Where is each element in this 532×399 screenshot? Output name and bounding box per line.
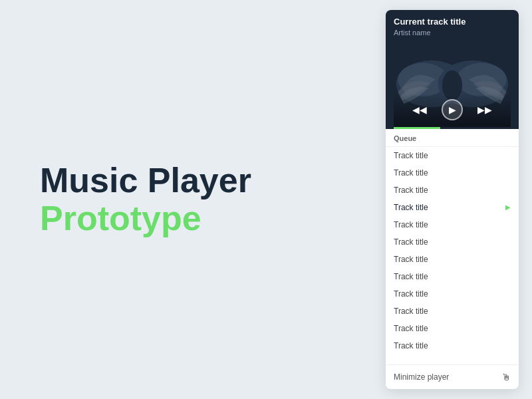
current-track-title: Current track title bbox=[394, 17, 511, 28]
queue-item[interactable]: Track title bbox=[386, 147, 519, 164]
play-indicator-icon: ▶ bbox=[505, 203, 511, 211]
queue-item-title: Track title bbox=[394, 220, 428, 229]
branding-section: Music Player Prototype bbox=[40, 162, 251, 237]
queue-item[interactable]: Track title bbox=[386, 303, 519, 320]
queue-item[interactable]: Track title bbox=[386, 164, 519, 182]
next-icon: ▶▶ bbox=[477, 104, 492, 115]
track-info: Current track title Artist name bbox=[394, 17, 511, 37]
queue-item[interactable]: Track title bbox=[386, 182, 519, 199]
queue-item-title: Track title bbox=[394, 151, 428, 160]
play-icon: ▶ bbox=[449, 104, 456, 115]
queue-item[interactable]: Track title bbox=[386, 216, 519, 233]
queue-item[interactable]: Track title bbox=[386, 233, 519, 251]
progress-bar[interactable] bbox=[394, 127, 440, 129]
prev-icon: ◀◀ bbox=[412, 104, 427, 115]
play-pause-button[interactable]: ▶ bbox=[442, 99, 463, 120]
playback-controls: ◀◀ ▶ ▶▶ bbox=[394, 94, 511, 127]
prev-button[interactable]: ◀◀ bbox=[411, 103, 428, 116]
next-button[interactable]: ▶▶ bbox=[476, 103, 493, 116]
queue-item-title: Track title bbox=[394, 272, 428, 281]
queue-item[interactable]: Track title▶ bbox=[386, 199, 519, 216]
queue-item-title: Track title bbox=[394, 203, 428, 212]
queue-item-title: Track title bbox=[394, 186, 428, 195]
queue-item-title: Track title bbox=[394, 307, 428, 316]
queue-item[interactable]: Track title bbox=[386, 251, 519, 268]
artist-name: Artist name bbox=[394, 29, 511, 37]
queue-item[interactable]: Track title bbox=[386, 320, 519, 337]
queue-item-title: Track title bbox=[394, 168, 428, 178]
minimize-label: Minimize player bbox=[394, 372, 449, 382]
queue-item[interactable]: Track title bbox=[386, 285, 519, 303]
queue-section: Queue Track titleTrack titleTrack titleT… bbox=[386, 129, 519, 364]
queue-item-title: Track title bbox=[394, 324, 428, 333]
queue-item-title: Track title bbox=[394, 255, 428, 264]
queue-item[interactable]: Track title bbox=[386, 337, 519, 354]
minimize-bar[interactable]: Minimize player 🖱 bbox=[386, 364, 519, 389]
queue-list[interactable]: Track titleTrack titleTrack titleTrack t… bbox=[386, 147, 519, 364]
queue-item-title: Track title bbox=[394, 237, 428, 247]
queue-item[interactable]: Track title bbox=[386, 268, 519, 285]
brand-title: Music Player bbox=[40, 162, 251, 200]
cursor-icon: 🖱 bbox=[501, 372, 511, 382]
queue-label: Queue bbox=[386, 129, 519, 147]
brand-subtitle: Prototype bbox=[40, 200, 251, 237]
player-widget: Current track title Artist name bbox=[386, 10, 519, 389]
queue-item-title: Track title bbox=[394, 289, 428, 299]
now-playing-section: Current track title Artist name bbox=[386, 10, 519, 129]
queue-item-title: Track title bbox=[394, 341, 428, 350]
album-art: ◀◀ ▶ ▶▶ bbox=[394, 41, 511, 127]
